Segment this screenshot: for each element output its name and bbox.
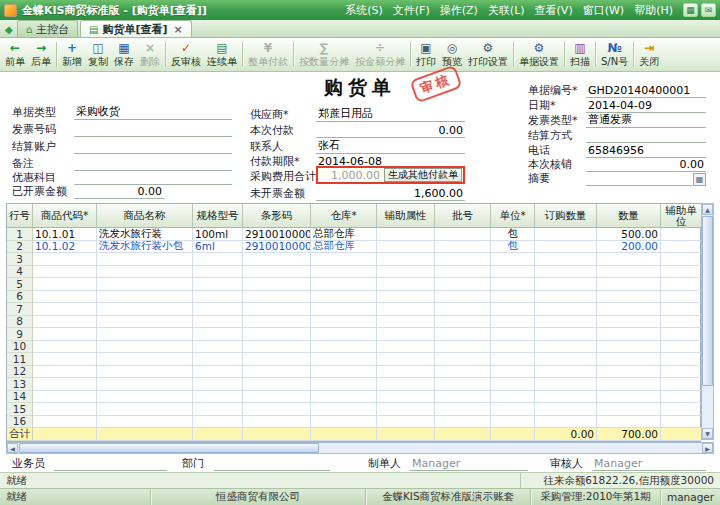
field-value[interactable] (74, 172, 232, 185)
table-cell[interactable] (377, 353, 435, 366)
table-cell[interactable] (33, 416, 97, 429)
h-scrollbar[interactable]: ◀ ▶ (6, 442, 714, 454)
table-cell[interactable] (597, 366, 661, 379)
table-cell[interactable] (661, 228, 702, 241)
table-cell[interactable]: 200.00 (597, 241, 661, 254)
table-cell[interactable] (535, 228, 597, 241)
table-cell[interactable] (377, 341, 435, 354)
table-cell[interactable] (535, 303, 597, 316)
table-cell[interactable] (311, 391, 377, 404)
doc-settings-button[interactable]: ⚙单据设置 (516, 39, 562, 70)
table-cell[interactable] (33, 366, 97, 379)
table-cell[interactable] (597, 378, 661, 391)
tab-home[interactable]: ⌂ 主控台 (17, 20, 78, 37)
table-cell[interactable] (377, 278, 435, 291)
menu-item[interactable]: 关联(L) (483, 2, 530, 19)
scroll-left-icon[interactable]: ◀ (7, 443, 18, 453)
table-cell[interactable] (491, 403, 535, 416)
table-cell[interactable]: 包 (491, 228, 535, 241)
table-cell[interactable] (311, 266, 377, 279)
table-cell[interactable] (311, 416, 377, 429)
table-cell[interactable] (535, 378, 597, 391)
scroll-up-icon[interactable]: ▲ (702, 204, 713, 215)
table-cell[interactable] (435, 241, 491, 254)
table-cell[interactable] (597, 403, 661, 416)
scroll-thumb[interactable] (702, 216, 713, 386)
table-cell[interactable] (193, 366, 243, 379)
row-number-cell[interactable]: 10 (7, 341, 33, 354)
scroll-right-icon[interactable]: ▶ (702, 443, 713, 453)
table-cell[interactable] (193, 266, 243, 279)
table-cell[interactable] (243, 403, 311, 416)
row-number-cell[interactable]: 13 (7, 378, 33, 391)
field-value[interactable]: 0.00 (586, 158, 706, 172)
close-doc-button[interactable]: ⇥关闭 (636, 39, 662, 70)
table-cell[interactable]: 总部仓库 (311, 228, 377, 241)
table-cell[interactable]: 10.1.01 (33, 228, 97, 241)
next-doc-button[interactable]: →后单 (28, 39, 54, 70)
table-cell[interactable] (311, 291, 377, 304)
message-icon[interactable]: ✉ (701, 3, 716, 17)
table-header-cell[interactable]: 行号 (7, 204, 33, 228)
table-cell[interactable] (377, 316, 435, 329)
table-cell[interactable] (193, 416, 243, 429)
table-cell[interactable] (33, 291, 97, 304)
table-cell[interactable] (33, 353, 97, 366)
table-cell[interactable]: 2910010000 (243, 228, 311, 241)
table-cell[interactable] (243, 278, 311, 291)
table-cell[interactable] (33, 403, 97, 416)
table-cell[interactable] (535, 291, 597, 304)
table-cell[interactable] (311, 366, 377, 379)
table-cell[interactable] (661, 266, 702, 279)
row-number-cell[interactable]: 2 (7, 241, 33, 254)
table-cell[interactable] (661, 378, 702, 391)
table-cell[interactable] (377, 403, 435, 416)
table-cell[interactable] (661, 403, 702, 416)
table-cell[interactable] (243, 378, 311, 391)
table-cell[interactable] (311, 353, 377, 366)
prev-doc-button[interactable]: ←前单 (2, 39, 28, 70)
table-cell[interactable]: 6ml (193, 241, 243, 254)
table-cell[interactable] (491, 291, 535, 304)
menu-item[interactable]: 操作(Z) (435, 2, 483, 19)
table-cell[interactable] (661, 253, 702, 266)
table-header-cell[interactable]: 商品名称 (97, 204, 193, 228)
field-value[interactable] (586, 173, 692, 186)
table-cell[interactable] (535, 391, 597, 404)
row-number-cell[interactable]: 4 (7, 266, 33, 279)
menu-item[interactable]: 系统(S) (340, 2, 388, 19)
table-cell[interactable] (435, 416, 491, 429)
table-cell[interactable] (535, 253, 597, 266)
scroll-thumb[interactable] (19, 443, 319, 453)
row-number-cell[interactable]: 16 (7, 416, 33, 429)
table-cell[interactable] (377, 391, 435, 404)
table-cell[interactable]: 100ml (193, 228, 243, 241)
table-cell[interactable] (33, 341, 97, 354)
row-number-cell[interactable]: 12 (7, 366, 33, 379)
field-value[interactable]: 0.00 (316, 124, 465, 138)
table-cell[interactable] (435, 228, 491, 241)
table-cell[interactable] (435, 303, 491, 316)
table-cell[interactable] (33, 391, 97, 404)
table-header-cell[interactable]: 批号 (435, 204, 491, 228)
table-header-cell[interactable]: 单位* (491, 204, 535, 228)
table-header-cell[interactable]: 商品代码* (33, 204, 97, 228)
field-value[interactable]: 2014-04-09 (586, 99, 706, 113)
table-cell[interactable] (377, 241, 435, 254)
table-cell[interactable] (597, 303, 661, 316)
table-cell[interactable] (435, 378, 491, 391)
table-cell[interactable] (193, 291, 243, 304)
unaudit-button[interactable]: ✓反审核 (168, 39, 204, 70)
summary-lookup-icon[interactable]: ▦ (693, 173, 706, 186)
field-value[interactable] (54, 458, 167, 471)
table-cell[interactable] (97, 253, 193, 266)
field-value[interactable]: 0.00 (74, 185, 164, 199)
row-number-cell[interactable]: 6 (7, 291, 33, 304)
table-cell[interactable] (311, 341, 377, 354)
table-cell[interactable] (193, 403, 243, 416)
table-cell[interactable] (535, 416, 597, 429)
table-cell[interactable] (435, 328, 491, 341)
table-cell[interactable] (535, 328, 597, 341)
table-cell[interactable] (97, 378, 193, 391)
table-cell[interactable] (97, 266, 193, 279)
